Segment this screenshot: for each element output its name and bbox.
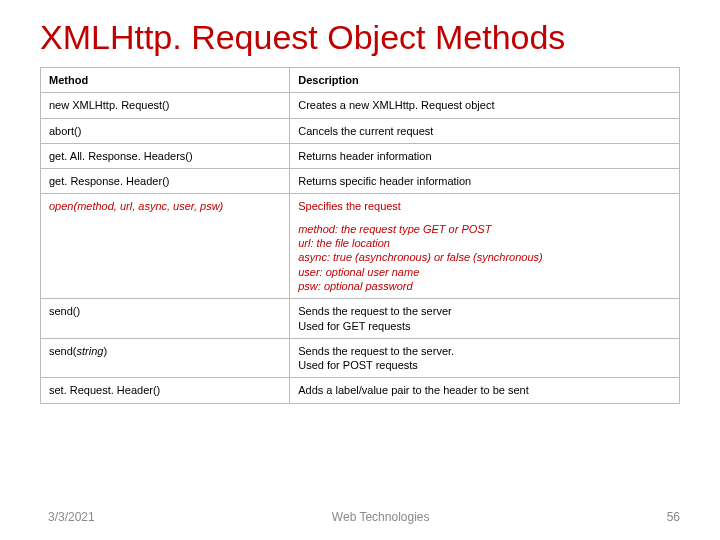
open-spec: Specifies the request [298,199,671,213]
table-row: get. All. Response. Headers() Returns he… [41,143,680,168]
methods-table: Method Description new XMLHttp. Request(… [40,67,680,404]
cell-method: get. All. Response. Headers() [41,143,290,168]
cell-description: Sends the request to the server. Used fo… [290,338,680,378]
cell-method: get. Response. Header() [41,169,290,194]
cell-description: Cancels the current request [290,118,680,143]
cell-description: Specifies the request method: the reques… [290,194,680,299]
footer-page-number: 56 [667,510,680,524]
slide-title: XMLHttp. Request Object Methods [40,18,680,57]
table-row: new XMLHttp. Request() Creates a new XML… [41,93,680,118]
cell-description: Returns header information [290,143,680,168]
slide-footer: 3/3/2021 Web Technologies 56 [48,510,680,524]
table-row: send() Sends the request to the server U… [41,299,680,339]
footer-date: 3/3/2021 [48,510,95,524]
cell-method: abort() [41,118,290,143]
cell-method: send(string) [41,338,290,378]
cell-method: new XMLHttp. Request() [41,93,290,118]
col-header-method: Method [41,68,290,93]
cell-description: Adds a label/value pair to the header to… [290,378,680,403]
table-row: set. Request. Header() Adds a label/valu… [41,378,680,403]
cell-description: Returns specific header information [290,169,680,194]
table-row-highlight: open(method, url, async, user, psw) Spec… [41,194,680,299]
table-row: get. Response. Header() Returns specific… [41,169,680,194]
col-header-description: Description [290,68,680,93]
cell-method: send() [41,299,290,339]
footer-title: Web Technologies [95,510,667,524]
table-header-row: Method Description [41,68,680,93]
cell-description: Creates a new XMLHttp. Request object [290,93,680,118]
cell-method: open(method, url, async, user, psw) [41,194,290,299]
table-row: send(string) Sends the request to the se… [41,338,680,378]
cell-description: Sends the request to the server Used for… [290,299,680,339]
slide: XMLHttp. Request Object Methods Method D… [0,0,720,540]
cell-method: set. Request. Header() [41,378,290,403]
open-details: method: the request type GET or POST url… [298,222,671,293]
table-row: abort() Cancels the current request [41,118,680,143]
